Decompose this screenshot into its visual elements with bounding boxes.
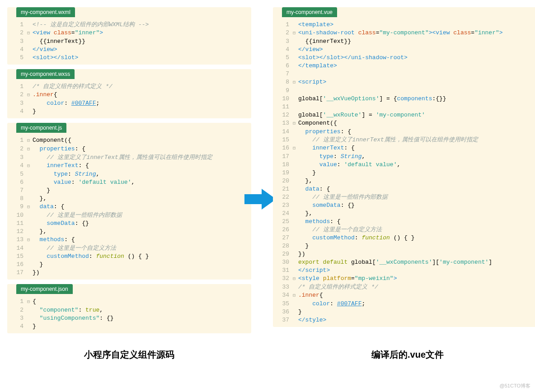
code-line: 4} <box>11 107 248 116</box>
line-number: 2 <box>11 145 27 153</box>
code-text: </view> <box>298 46 323 54</box>
code-text: customMethod: function () { } <box>298 234 414 242</box>
code-wxml: 1<!-- 这是自定义组件的内部WXML结构 -->2⊟<view class=… <box>7 21 251 62</box>
code-text: Component({ <box>33 136 71 145</box>
panel-json: my-component.json 1⊟{2 "component": true… <box>7 284 251 333</box>
fold-icon[interactable]: ⊟ <box>27 298 33 306</box>
code-line: 9⊟ data: { <box>11 203 248 211</box>
fold-icon[interactable]: ⊟ <box>27 137 33 145</box>
tab-vue: my-component.vue <box>282 7 337 17</box>
line-number: 4 <box>11 162 27 170</box>
code-text: color: #007AFF; <box>33 99 99 107</box>
line-number: 4 <box>11 322 27 331</box>
tab-js: my-component.js <box>16 123 66 133</box>
main-container: my-component.wxml 1<!-- 这是自定义组件的内部WXML结构… <box>7 7 535 338</box>
code-text: data: { <box>298 185 330 193</box>
line-number: 2 <box>11 91 27 99</box>
line-number: 3 <box>11 154 27 162</box>
caption-left: 小程序自定义组件源码 <box>7 349 251 361</box>
line-number: 1 <box>11 298 27 306</box>
code-line: 2⊟<view class="inner"> <box>11 29 248 37</box>
code-line: 10global['__wxVueOptions'] = {components… <box>277 95 535 103</box>
line-number: 4 <box>11 107 27 116</box>
line-number: 1 <box>11 21 27 29</box>
line-number: 6 <box>11 178 27 187</box>
caption-right: 编译后的.vue文件 <box>273 349 535 361</box>
line-number: 5 <box>277 54 293 62</box>
line-number: 13 <box>11 236 27 244</box>
code-text: // 这里定义了innerText属性，属性值可以在组件使用时指定 <box>298 136 478 144</box>
code-line: 5<slot></slot> <box>11 54 248 62</box>
fold-icon[interactable]: ⊟ <box>27 91 33 99</box>
line-number: 10 <box>11 211 27 219</box>
code-text: // 这里是一些组件内部数据 <box>298 193 388 201</box>
line-number: 5 <box>11 170 27 178</box>
line-number: 28 <box>277 242 293 250</box>
code-line: 4} <box>11 322 248 331</box>
code-line: 21 data: { <box>277 185 535 193</box>
code-line: 28 } <box>277 242 535 250</box>
code-line: 25 methods: { <box>277 218 535 226</box>
code-line: 33/* 自定义组件的样式定义 */ <box>277 283 535 291</box>
fold-icon[interactable]: ⊟ <box>27 29 33 37</box>
line-number: 1 <box>277 21 293 29</box>
fold-icon[interactable]: ⊟ <box>27 236 33 244</box>
code-line: 2⊟ properties: { <box>11 145 248 154</box>
tab-json: my-component.json <box>16 284 73 294</box>
code-line: 15 customMethod: function () { } <box>11 252 248 261</box>
line-number: 19 <box>277 169 293 177</box>
fold-icon[interactable]: ⊟ <box>293 29 298 37</box>
code-line: 1<template> <box>277 21 535 29</box>
line-number: 12 <box>277 111 293 119</box>
line-number: 26 <box>277 226 293 234</box>
code-wxss: 1/* 自定义组件的样式定义 */2⊟.inner{3 color: #007A… <box>7 83 251 116</box>
code-text: /* 自定义组件的样式定义 */ <box>33 83 113 91</box>
code-text: } <box>33 107 36 116</box>
code-line: 3 color: #007AFF; <box>11 99 248 107</box>
line-number: 29 <box>277 250 293 258</box>
code-text: </style> <box>298 316 326 324</box>
fold-icon[interactable]: ⊟ <box>293 145 298 153</box>
code-line: 7 <box>277 70 535 78</box>
fold-icon[interactable]: ⊟ <box>293 275 298 283</box>
code-line: 13⊟Component({ <box>277 119 535 128</box>
code-text: } <box>33 261 43 269</box>
code-line: 37</style> <box>277 316 535 324</box>
fold-icon[interactable]: ⊟ <box>293 120 298 128</box>
code-text: color: #007AFF; <box>298 300 365 308</box>
code-line: 23 someData: {} <box>277 201 535 210</box>
code-line: 34⊟.inner{ <box>277 291 535 300</box>
line-number: 2 <box>277 29 293 37</box>
fold-icon[interactable]: ⊟ <box>27 162 33 170</box>
code-line: 16⊟ innerText: { <box>277 144 535 153</box>
line-number: 16 <box>11 261 27 269</box>
panel-js: my-component.js 1⊟Component({2⊟ properti… <box>7 123 251 280</box>
code-line: 27 customMethod: function () { } <box>277 234 535 242</box>
code-line: 35 color: #007AFF; <box>277 300 535 308</box>
line-number: 2 <box>11 29 27 37</box>
code-text: innerText: { <box>298 144 355 152</box>
code-text: </script> <box>298 266 330 275</box>
code-text: someData: {} <box>298 201 355 210</box>
fold-icon[interactable]: ⊟ <box>27 203 33 211</box>
code-text: // 这里是一个自定义方法 <box>33 244 116 252</box>
fold-icon[interactable]: ⊟ <box>27 145 33 154</box>
code-text: methods: { <box>298 218 341 226</box>
code-text: <uni-shadow-root class="my-component"><v… <box>298 29 503 37</box>
code-line: 10 // 这里是一些组件内部数据 <box>11 211 248 219</box>
code-text: } <box>33 187 50 195</box>
fold-icon[interactable]: ⊟ <box>293 292 298 300</box>
code-line: 17}) <box>11 269 248 277</box>
line-number: 3 <box>277 37 293 46</box>
tab-wxml: my-component.wxml <box>16 7 75 17</box>
code-line: 1⊟{ <box>11 298 248 306</box>
code-text: }) <box>298 250 305 258</box>
code-line: 9 <box>277 87 535 95</box>
code-line: 1<!-- 这是自定义组件的内部WXML结构 --> <box>11 21 248 29</box>
fold-icon[interactable]: ⊟ <box>293 79 298 87</box>
code-text: } <box>33 322 36 331</box>
line-number: 18 <box>277 161 293 169</box>
panel-vue: my-component.vue 1<template>2⊟<uni-shado… <box>273 7 535 327</box>
code-text: <style platform="mp-weixin"> <box>298 275 397 283</box>
code-line: 6</template> <box>277 62 535 70</box>
